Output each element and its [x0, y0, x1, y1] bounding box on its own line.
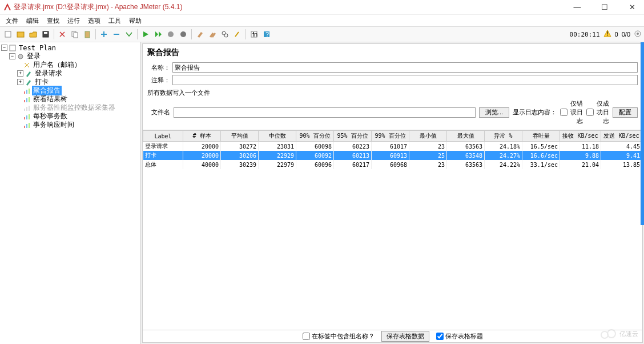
copy-icon[interactable] [69, 29, 80, 40]
toggle-icon[interactable] [123, 29, 135, 40]
warning-icon[interactable]: ! [603, 30, 611, 39]
expand-icon[interactable]: + [17, 70, 23, 77]
group-name-label: 在标签中包含组名称？ [312, 332, 375, 341]
listener-icon [23, 113, 31, 120]
tree-viewtree[interactable]: 察看结果树 [0, 95, 140, 103]
table-header[interactable]: 异常 % [485, 131, 522, 142]
tree-tps[interactable]: 每秒事务数 [0, 112, 140, 121]
svg-rect-32 [24, 126, 25, 128]
tree-aggregate[interactable]: 聚合报告 [0, 86, 140, 95]
table-row[interactable]: 登录请求200003027223031600986022361017236356… [143, 142, 642, 151]
tree-root[interactable]: − Test Plan [0, 43, 140, 52]
table-header[interactable]: 吞吐量 [522, 131, 560, 142]
templates-icon[interactable] [15, 29, 26, 40]
gear-icon[interactable] [634, 30, 642, 39]
paste-icon[interactable] [82, 29, 93, 40]
function-icon[interactable]: fn [248, 29, 260, 40]
new-icon[interactable] [2, 29, 14, 40]
table-header[interactable]: Label [143, 131, 183, 142]
table-header[interactable]: # 样本 [183, 131, 221, 142]
reset-search-icon[interactable] [232, 29, 243, 40]
listener-icon [23, 105, 31, 111]
table-row[interactable]: 总体40000302392297960096602176096823635632… [143, 160, 642, 169]
table-header[interactable]: 发送 KB/sec [601, 131, 642, 142]
tree-resptime[interactable]: 事务响应时间 [0, 121, 140, 129]
collapse-icon[interactable]: − [9, 53, 15, 59]
success-only-checkbox[interactable] [586, 109, 594, 116]
group-name-checkbox[interactable] [303, 333, 310, 340]
filename-label: 文件名 [147, 108, 170, 117]
watermark-text: 亿速云 [619, 330, 638, 338]
name-label: 名称： [147, 63, 170, 72]
table-header[interactable]: 99% 百分位 [372, 131, 409, 142]
table-header[interactable]: 95% 百分位 [334, 131, 372, 142]
svg-text:!: ! [607, 30, 609, 37]
menu-help[interactable]: 帮助 [126, 15, 145, 26]
collapse-icon[interactable]: − [1, 45, 7, 51]
sampler-icon [25, 79, 33, 86]
svg-rect-23 [24, 100, 25, 102]
errors-only-checkbox[interactable] [560, 109, 567, 116]
menu-file[interactable]: 文件 [2, 15, 22, 26]
save-header-label: 保存表格标题 [445, 332, 483, 341]
comment-input[interactable] [172, 75, 638, 85]
cut-icon[interactable] [57, 29, 68, 40]
table-header[interactable]: 接收 KB/sec [560, 131, 601, 142]
svg-text:?: ? [265, 31, 269, 38]
clear-icon[interactable] [194, 29, 206, 40]
titlebar: 登录请求.jmx (D:\登录请求.jmx) - Apache JMeter (… [0, 0, 644, 15]
stop-icon[interactable] [165, 29, 176, 40]
svg-rect-28 [29, 106, 30, 111]
comment-label: 注释： [147, 76, 170, 85]
save-table-button[interactable]: 保存表格数据 [381, 331, 429, 342]
svg-rect-21 [26, 90, 27, 94]
open-icon[interactable] [27, 29, 39, 40]
table-header[interactable]: 最小值 [409, 131, 447, 142]
table-row[interactable]: 打卡20000302062292960092602136091325635482… [143, 151, 642, 160]
remove-icon[interactable] [111, 29, 122, 40]
save-icon[interactable] [40, 29, 51, 40]
table-header[interactable]: 平均值 [221, 131, 259, 142]
loglabel: 显示日志内容： [513, 108, 557, 117]
name-input[interactable] [172, 62, 638, 73]
bottom-bar: 在标签中包含组名称？ 保存表格数据 保存表格标题 [143, 330, 642, 342]
tree-user[interactable]: 用户名（邮箱） [0, 61, 140, 69]
tree-perfmon[interactable]: 服务器性能监控数据采集器 [0, 103, 140, 112]
table-header[interactable]: 中位数 [259, 131, 296, 142]
table-header[interactable]: 90% 百分位 [296, 131, 334, 142]
svg-rect-6 [85, 31, 90, 38]
menu-run[interactable]: 运行 [64, 15, 83, 26]
browse-button[interactable]: 浏览... [479, 107, 509, 118]
menu-tools[interactable]: 工具 [105, 15, 124, 26]
menu-options[interactable]: 选项 [84, 15, 104, 26]
menu-search[interactable]: 查找 [43, 15, 63, 26]
minimize-button[interactable]: — [569, 3, 586, 11]
start-notimers-icon[interactable] [152, 29, 164, 40]
configure-button[interactable]: 配置 [613, 107, 638, 118]
tree-daka[interactable]: + 打卡 [0, 78, 140, 86]
tree-login[interactable]: − 登录 [0, 52, 140, 61]
results-table[interactable]: Label# 样本平均值中位数90% 百分位95% 百分位99% 百分位最小值最… [143, 130, 642, 169]
side-tab[interactable] [641, 42, 644, 225]
write-all-label: 所有数据写入一个文件 [143, 86, 642, 98]
config-icon [23, 62, 31, 69]
test-plan-tree[interactable]: − Test Plan − 登录 用户名（邮箱） + 登录请求 + 打卡 聚合报… [0, 42, 141, 344]
close-button[interactable]: ✕ [623, 3, 641, 11]
start-icon[interactable] [140, 29, 151, 40]
table-header-row[interactable]: Label# 样本平均值中位数90% 百分位95% 百分位99% 百分位最小值最… [143, 131, 642, 142]
tree-req[interactable]: + 登录请求 [0, 69, 140, 78]
clear-all-icon[interactable] [207, 29, 218, 40]
filename-input[interactable] [174, 107, 476, 118]
app-icon [3, 3, 11, 11]
save-header-checkbox[interactable] [436, 333, 444, 340]
expand-icon[interactable]: + [17, 79, 23, 85]
shutdown-icon[interactable] [178, 29, 189, 40]
add-icon[interactable] [98, 29, 110, 40]
testplan-icon [9, 45, 17, 51]
table-header[interactable]: 最大值 [447, 131, 485, 142]
svg-rect-34 [29, 123, 30, 128]
maximize-button[interactable]: ☐ [596, 3, 613, 11]
help-icon[interactable]: ? [261, 29, 272, 40]
menu-edit[interactable]: 编辑 [23, 15, 42, 26]
search-icon[interactable] [219, 29, 231, 40]
